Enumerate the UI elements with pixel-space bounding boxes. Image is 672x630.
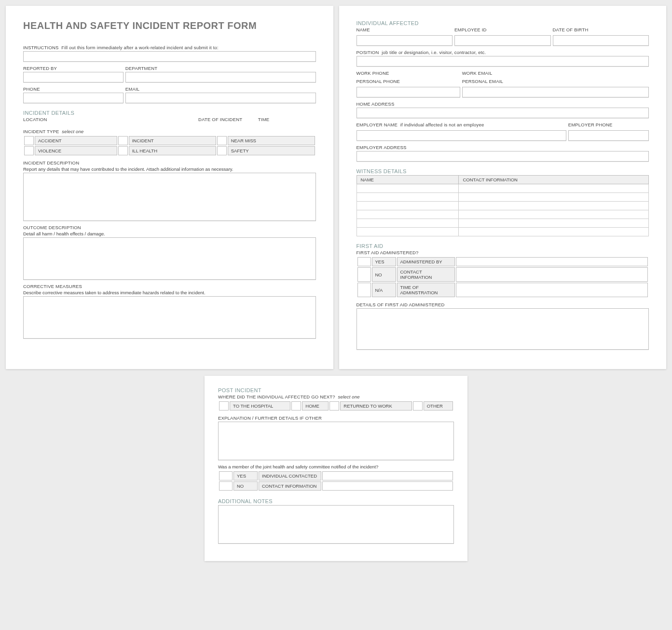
witness-row (357, 228, 649, 236)
contact-info-field[interactable] (322, 481, 453, 491)
personal-email-label: PERSONAL EMAIL (462, 79, 649, 84)
corrective-sub: Describe corrective measures taken to ad… (23, 290, 316, 295)
explain-field[interactable] (218, 422, 454, 460)
reported-by-label: REPORTED BY (23, 66, 123, 71)
where-other-box[interactable] (413, 401, 423, 411)
opt-incident-box[interactable] (118, 136, 128, 145)
date-label: DATE OF INCIDENT (198, 117, 256, 122)
position-label: POSITION (357, 50, 379, 55)
personal-phone-field[interactable] (357, 87, 460, 97)
fa-yes: YES (372, 257, 396, 266)
notes-field[interactable] (218, 505, 454, 544)
post-heading: POST INCIDENT (218, 387, 454, 393)
personal-phone-label: PERSONAL PHONE (357, 79, 460, 84)
employer-address-label: EMPLOYER ADDRESS (357, 145, 649, 150)
first-aid-q: FIRST AID ADMINISTERED? (357, 250, 649, 255)
fa-time-field[interactable] (456, 283, 648, 297)
employer-phone-field[interactable] (568, 130, 649, 141)
opt-violence-box[interactable] (24, 146, 34, 155)
opt-safety-box[interactable] (217, 146, 227, 155)
position-field[interactable] (357, 56, 649, 67)
fa-contact-field[interactable] (456, 267, 648, 282)
opt-ill-box[interactable] (118, 146, 128, 155)
incident-desc-field[interactable] (23, 173, 316, 221)
where-label: WHERE DID THE INDIVIDUAL AFFECTED GO NEX… (218, 394, 335, 399)
incident-type-hint: select one (62, 129, 83, 134)
incident-type-label: INCIDENT TYPE (23, 129, 59, 134)
position-hint: job title or designation, i.e. visitor, … (382, 50, 486, 55)
witness-table: NAME CONTACT INFORMATION (357, 175, 649, 236)
employer-address-field[interactable] (357, 151, 649, 162)
fa-yes-box[interactable] (357, 257, 371, 266)
where-hint: select one (338, 394, 359, 399)
email-field[interactable] (125, 93, 316, 103)
instructions-text: Fill out this form immediately after a w… (61, 45, 219, 50)
corrective-field[interactable] (23, 296, 316, 339)
notes-heading: ADDITIONAL NOTES (218, 498, 454, 504)
committee-no: NO (233, 481, 258, 491)
opt-violence: VIOLENCE (35, 146, 117, 155)
where-work-box[interactable] (329, 401, 339, 411)
employer-name-hint: if individual affected is not an employe… (400, 122, 484, 127)
opt-accident: ACCIDENT (35, 136, 117, 145)
work-email-label: WORK EMAIL (462, 70, 649, 76)
witness-col-contact: CONTACT INFORMATION (459, 176, 649, 184)
individual-heading: INDIVIDUAL AFFECTED (357, 20, 649, 26)
witness-row (357, 193, 649, 202)
instructions-label-text: INSTRUCTIONS (23, 45, 59, 50)
location-label: LOCATION (23, 117, 196, 122)
department-label: DEPARTMENT (125, 66, 316, 71)
personal-email-field[interactable] (462, 87, 649, 97)
witness-col-name: NAME (357, 176, 459, 184)
witness-row (357, 184, 649, 193)
incident-desc-sub: Report any details that may have contrib… (23, 166, 316, 172)
explain-label: EXPLANATION / FURTHER DETAILS IF OTHER (218, 415, 454, 421)
opt-safety: SAFETY (228, 146, 315, 155)
witness-row (357, 210, 649, 219)
where-hospital-box[interactable] (219, 401, 229, 411)
fa-no-box[interactable] (357, 267, 371, 282)
committee-q: Was a member of the joint health and saf… (218, 464, 454, 469)
ind-contacted-field[interactable] (322, 471, 453, 480)
where-options: TO THE HOSPITAL HOME RETURNED TO WORK OT… (218, 400, 454, 411)
fa-admin-by-field[interactable] (456, 257, 648, 266)
fa-no: NO (372, 267, 396, 282)
where-home-box[interactable] (291, 401, 301, 411)
contact-info-label: CONTACT INFORMATION (259, 481, 321, 491)
time-label: TIME (258, 117, 316, 122)
instructions-label: INSTRUCTIONS Fill out this form immediat… (23, 45, 316, 50)
fa-na: N/A (372, 283, 396, 297)
where-hospital: TO THE HOSPITAL (230, 401, 290, 411)
dob-field[interactable] (553, 35, 649, 46)
fa-details-field[interactable] (357, 308, 649, 350)
opt-nearmiss-box[interactable] (217, 136, 227, 145)
home-address-label: HOME ADDRESS (357, 101, 649, 107)
phone-field[interactable] (23, 93, 123, 103)
committee-no-box[interactable] (219, 481, 233, 491)
employee-id-label: EMPLOYEE ID (454, 27, 551, 32)
opt-accident-box[interactable] (24, 136, 34, 145)
where-work: RETURNED TO WORK (340, 401, 411, 411)
page-1: HEALTH AND SAFETY INCIDENT REPORT FORM I… (6, 6, 333, 369)
where-home: HOME (302, 401, 329, 411)
dob-label: DATE OF BIRTH (553, 27, 649, 32)
ind-name-field[interactable] (357, 35, 453, 46)
corrective-label: CORRECTIVE MEASURES (23, 284, 316, 289)
fa-time-label: TIME OF ADMINSTRATION (397, 283, 455, 297)
phone-label: PHONE (23, 86, 123, 92)
page-2: INDIVIDUAL AFFECTED NAME EMPLOYEE ID DAT… (339, 6, 667, 369)
instructions-field[interactable] (23, 51, 316, 62)
reported-by-field[interactable] (23, 72, 123, 82)
ind-contacted-label: INDIVIDUAL CONTACTED (259, 471, 321, 480)
outcome-label: OUTCOME DESCRIPTION (23, 225, 316, 230)
first-aid-table: YES ADMINISTERED BY NO CONTACT INFORMATI… (357, 256, 649, 298)
outcome-sub: Detail all harm / health effects / damag… (23, 231, 316, 236)
home-address-field[interactable] (357, 108, 649, 118)
employer-name-field[interactable] (357, 130, 566, 141)
employee-id-field[interactable] (454, 35, 551, 46)
ind-name-label: NAME (357, 27, 453, 32)
outcome-field[interactable] (23, 237, 316, 280)
fa-na-box[interactable] (357, 283, 371, 297)
department-field[interactable] (125, 72, 316, 82)
committee-yes-box[interactable] (219, 471, 233, 480)
